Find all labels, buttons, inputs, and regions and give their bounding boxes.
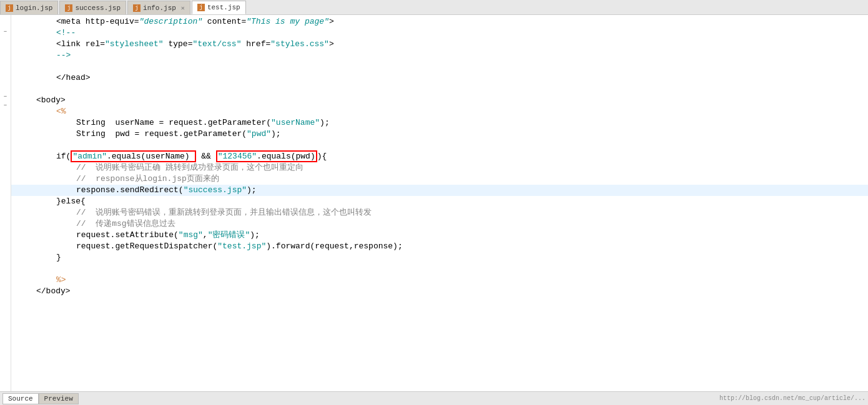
status-tab-preview[interactable]: Preview	[39, 393, 79, 404]
code-line-13: if("admin".equals(userName) && "123456".…	[11, 151, 868, 162]
code-line-11: String pwd = request.getParameter("pwd")…	[11, 129, 868, 140]
code-line-17: }else{	[11, 196, 868, 207]
code-line-23	[11, 263, 868, 275]
code-area: − − − <meta http-equiv="description" con…	[0, 15, 868, 391]
code-line-21: request.getRequestDispatcher("test.jsp")…	[11, 241, 868, 252]
code-line-25: </body>	[11, 286, 868, 297]
code-line-2: <!--	[11, 27, 868, 39]
code-line-12	[11, 140, 868, 151]
tab-success-jsp[interactable]: j success.jsp	[59, 1, 126, 14]
status-tab-source[interactable]: Source	[2, 393, 39, 404]
code-line-7	[11, 84, 868, 95]
tab-label-success: success.jsp	[75, 4, 121, 12]
code-line-5	[11, 61, 868, 72]
code-line-14: // 说明账号密码正确 跳转到成功登录页面，这个也叫重定向	[11, 162, 868, 173]
tab-icon-login: j	[6, 4, 13, 12]
status-tab-preview-label: Preview	[44, 395, 73, 403]
tab-info-jsp[interactable]: j info.jsp ✕	[127, 1, 190, 14]
tab-test-jsp[interactable]: j test.jsp	[192, 1, 246, 14]
tab-icon-success: j	[65, 4, 72, 12]
gutter-collapse-3[interactable]: −	[2, 101, 9, 110]
status-tab-source-label: Source	[8, 395, 33, 403]
tab-icon-info: j	[133, 4, 141, 12]
tab-label-login: login.jsp	[16, 4, 52, 12]
status-right-text: http://blog.csdn.net/mc_cup/article/...	[719, 395, 866, 402]
status-bar: Source Preview http://blog.csdn.net/mc_c…	[0, 391, 868, 405]
code-line-4: -->	[11, 50, 868, 61]
code-line-22: }	[11, 252, 868, 263]
code-line-19: // 传递msg错误信息过去	[11, 218, 868, 230]
code-line-24: %>	[11, 275, 868, 286]
code-line-10: String userName = request.getParameter("…	[11, 117, 868, 129]
code-content[interactable]: <meta http-equiv="description" content="…	[11, 15, 868, 391]
left-gutter: − − −	[0, 15, 11, 391]
gutter-collapse-1[interactable]: −	[2, 27, 9, 36]
code-line-15: // response从login.jsp页面来的	[11, 173, 868, 185]
code-line-9: <%	[11, 106, 868, 117]
tab-label-info: info.jsp	[143, 4, 176, 12]
tab-bar: j login.jsp j success.jsp j info.jsp ✕ j…	[0, 0, 868, 15]
code-line-8: <body>	[11, 95, 868, 106]
code-line-16: response.sendRedirect("success.jsp");	[11, 185, 868, 196]
code-line-1: <meta http-equiv="description" content="…	[11, 16, 868, 27]
code-line-3: <link rel="stylesheet" type="text/css" h…	[11, 39, 868, 50]
gutter-collapse-2[interactable]: −	[2, 92, 9, 101]
tab-label-test: test.jsp	[207, 4, 240, 11]
code-lines: <meta http-equiv="description" content="…	[11, 15, 868, 298]
code-line-20: request.setAttribute("msg","密码错误");	[11, 230, 868, 241]
code-line-6: </head>	[11, 72, 868, 84]
tab-icon-test: j	[197, 4, 205, 11]
code-line-18: // 说明账号密码错误，重新跳转到登录页面，并且输出错误信息，这个也叫转发	[11, 207, 868, 218]
tab-login-jsp[interactable]: j login.jsp	[0, 1, 58, 14]
tab-close-info[interactable]: ✕	[181, 4, 185, 12]
status-tabs: Source Preview	[2, 393, 79, 404]
